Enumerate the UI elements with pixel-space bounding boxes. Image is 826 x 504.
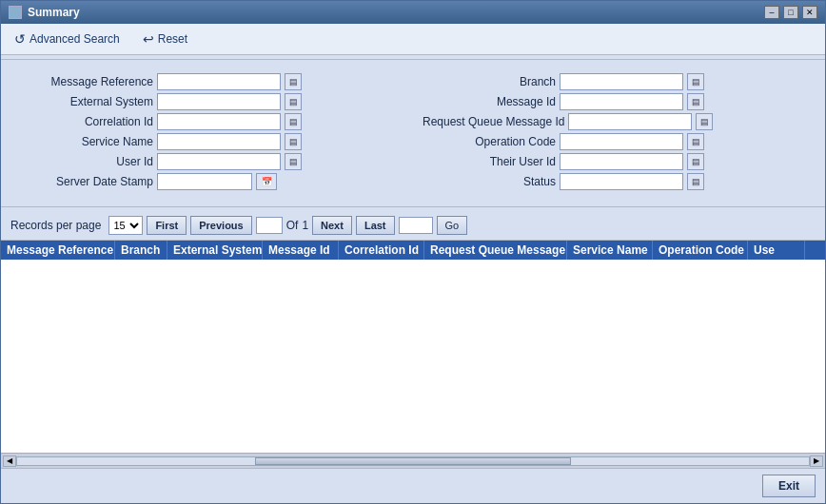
footer: Exit [1,468,825,503]
total-pages: 1 [302,219,308,232]
go-button[interactable]: Go [437,216,468,235]
col-service-name: Service Name [567,241,653,260]
form-row-status: Status ▤ [423,173,806,190]
field-btn-operation-code[interactable]: ▤ [687,133,704,150]
previous-page-button[interactable]: Previous [190,216,251,235]
field-btn-request-queue-message-id[interactable]: ▤ [696,113,713,130]
form-left-column: Message Reference ▤ External System ▤ Co… [20,73,403,193]
input-server-date-stamp[interactable] [157,173,252,190]
current-page-input[interactable]: 1 [256,217,283,234]
input-status[interactable] [560,173,683,190]
advanced-search-label: Advanced Search [30,32,120,46]
table-area: Message Reference Branch External System… [1,241,825,453]
reset-icon: ↩ [143,31,154,47]
field-btn-status[interactable]: ▤ [687,173,704,190]
col-message-id: Message Id [263,241,339,260]
input-their-user-id[interactable] [560,153,683,170]
form-row-message-id: Message Id ▤ [423,93,806,110]
label-message-id: Message Id [423,95,556,108]
form-row-their-user-id: Their User Id ▤ [423,153,806,170]
form-row-branch: Branch ▤ [423,73,806,90]
input-external-system[interactable] [157,93,281,110]
label-status: Status [423,175,556,188]
input-operation-code[interactable] [560,133,683,150]
form-row-user-id: User Id ▤ [20,153,403,170]
label-user-id: User Id [20,155,153,168]
advanced-search-icon: ↺ [14,31,26,47]
exit-button[interactable]: Exit [762,475,816,497]
title-bar: Summary – □ ✕ [1,1,825,24]
input-message-reference[interactable] [157,73,281,90]
col-branch: Branch [115,241,167,260]
scroll-thumb[interactable] [255,457,572,465]
label-request-queue-message-id: Request Queue Message Id [423,115,564,128]
label-branch: Branch [423,75,556,88]
input-request-queue-message-id[interactable] [568,113,692,130]
input-branch[interactable] [560,73,683,90]
label-server-date-stamp: Server Date Stamp [20,175,153,188]
next-page-button[interactable]: Next [312,216,352,235]
field-btn-their-user-id[interactable]: ▤ [687,153,704,170]
field-btn-correlation-id[interactable]: ▤ [285,113,302,130]
form-divider [1,206,825,207]
toolbar-divider [1,59,825,60]
table-header: Message Reference Branch External System… [1,241,825,260]
label-operation-code: Operation Code [423,135,556,148]
label-service-name: Service Name [20,135,153,148]
form-row-external-system: External System ▤ [20,93,403,110]
col-external-system: External System [167,241,263,260]
input-service-name[interactable] [157,133,281,150]
scroll-right-button[interactable]: ▶ [810,456,823,467]
first-page-button[interactable]: First [147,216,187,235]
table-body [1,260,825,453]
advanced-search-button[interactable]: ↺ Advanced Search [10,29,124,48]
form-row-operation-code: Operation Code ▤ [423,133,806,150]
pagination-bar: Records per page 15 25 50 100 First Prev… [1,211,825,241]
form-row-request-queue-message-id: Request Queue Message Id ▤ [423,113,806,130]
field-btn-branch[interactable]: ▤ [687,73,704,90]
go-page-input[interactable] [399,217,433,234]
label-external-system: External System [20,95,153,108]
field-btn-message-id[interactable]: ▤ [687,93,704,110]
reset-label: Reset [158,32,187,46]
horizontal-scrollbar[interactable]: ◀ ▶ [1,453,825,468]
close-button[interactable]: ✕ [802,6,817,19]
form-row-message-reference: Message Reference ▤ [20,73,403,90]
field-btn-user-id[interactable]: ▤ [285,153,302,170]
form-right-column: Branch ▤ Message Id ▤ Request Queue Mess… [423,73,806,193]
scroll-track[interactable] [16,456,810,466]
col-request-queue-message-id: Request Queue Message Id [424,241,567,260]
input-message-id[interactable] [560,93,683,110]
records-per-page-label: Records per page [10,219,101,232]
form-row-correlation-id: Correlation Id ▤ [20,113,403,130]
main-window: Summary – □ ✕ ↺ Advanced Search ↩ Reset … [0,0,826,504]
input-user-id[interactable] [157,153,281,170]
input-correlation-id[interactable] [157,113,281,130]
content-area: Message Reference ▤ External System ▤ Co… [1,64,825,468]
last-page-button[interactable]: Last [356,216,395,235]
restore-button[interactable]: □ [783,6,798,19]
title-bar-left: Summary [9,6,80,19]
records-per-page-select[interactable]: 15 25 50 100 [108,216,143,235]
field-btn-message-reference[interactable]: ▤ [285,73,302,90]
field-btn-external-system[interactable]: ▤ [285,93,302,110]
window-icon [9,6,22,19]
label-correlation-id: Correlation Id [20,115,153,128]
scroll-left-button[interactable]: ◀ [3,456,16,467]
label-message-reference: Message Reference [20,75,153,88]
window-title: Summary [28,6,80,19]
col-user: Use [748,241,805,260]
toolbar: ↺ Advanced Search ↩ Reset [1,24,825,55]
date-picker-btn[interactable]: 📅 [256,173,277,190]
field-btn-service-name[interactable]: ▤ [285,133,302,150]
form-row-service-name: Service Name ▤ [20,133,403,150]
form-section: Message Reference ▤ External System ▤ Co… [1,64,825,203]
col-operation-code: Operation Code [653,241,748,260]
col-correlation-id: Correlation Id [339,241,424,260]
col-message-reference: Message Reference [1,241,115,260]
minimize-button[interactable]: – [764,6,779,19]
reset-button[interactable]: ↩ Reset [139,29,191,48]
of-label: Of [286,219,299,232]
form-row-server-date-stamp: Server Date Stamp 📅 [20,173,403,190]
title-bar-controls: – □ ✕ [764,6,817,19]
